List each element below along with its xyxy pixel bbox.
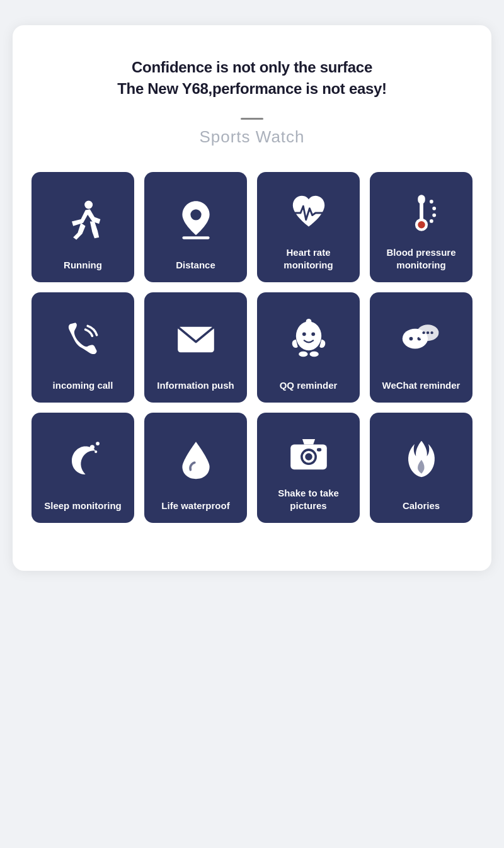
- svg-point-6: [418, 221, 425, 229]
- svg-point-16: [309, 352, 318, 357]
- phone-icon: [60, 306, 106, 373]
- feature-card-wechat-reminder[interactable]: WeChat reminder: [370, 292, 472, 403]
- feature-card-life-waterproof[interactable]: Life waterproof: [144, 413, 247, 523]
- feature-card-shake-pictures[interactable]: Shake to take pictures: [257, 413, 360, 523]
- feature-card-sleep-monitoring[interactable]: Sleep monitoring: [32, 413, 134, 523]
- feature-label-running: Running: [64, 259, 102, 272]
- water-icon: [173, 427, 219, 493]
- feature-label-information-push: Information push: [157, 379, 234, 392]
- feature-label-incoming-call: incoming call: [53, 379, 113, 392]
- svg-point-13: [302, 332, 306, 336]
- qq-icon: [286, 306, 331, 373]
- svg-point-23: [426, 331, 428, 334]
- running-icon: [60, 186, 106, 253]
- svg-point-14: [311, 332, 315, 336]
- feature-card-information-push[interactable]: Information push: [144, 292, 247, 403]
- svg-point-15: [299, 352, 307, 357]
- svg-rect-33: [316, 449, 321, 452]
- feature-label-distance: Distance: [176, 259, 215, 272]
- svg-rect-2: [182, 236, 209, 239]
- distance-icon: [173, 186, 219, 253]
- features-grid: Running Distance Heart rate monitoring B…: [32, 172, 472, 523]
- feature-card-heart-rate[interactable]: Heart rate monitoring: [257, 172, 360, 282]
- fire-icon: [399, 427, 444, 493]
- svg-point-9: [432, 214, 436, 217]
- svg-point-27: [94, 450, 97, 453]
- svg-point-19: [409, 337, 413, 341]
- feature-label-heart-rate: Heart rate monitoring: [265, 246, 352, 271]
- subtitle: Sports Watch: [32, 127, 472, 147]
- svg-marker-29: [302, 439, 314, 445]
- sleep-icon: [60, 427, 106, 493]
- headline-line2: The New Y68,performance is not easy!: [32, 78, 472, 100]
- feature-label-sleep-monitoring: Sleep monitoring: [44, 500, 122, 512]
- svg-point-0: [84, 200, 93, 209]
- feature-card-blood-pressure[interactable]: Blood pressure monitoring: [370, 172, 472, 282]
- feature-card-qq-reminder[interactable]: QQ reminder: [257, 292, 360, 403]
- message-icon: [173, 306, 219, 373]
- feature-card-incoming-call[interactable]: incoming call: [32, 292, 134, 403]
- blood-pressure-icon: [399, 186, 444, 240]
- svg-point-10: [429, 219, 433, 223]
- heart-rate-icon: [286, 186, 331, 240]
- svg-point-32: [305, 453, 312, 461]
- camera-icon: [286, 427, 331, 481]
- svg-point-25: [89, 445, 94, 449]
- svg-point-8: [432, 207, 436, 210]
- feature-card-distance[interactable]: Distance: [144, 172, 247, 282]
- svg-point-22: [422, 331, 425, 334]
- feature-label-shake-pictures: Shake to take pictures: [265, 487, 352, 512]
- svg-point-7: [429, 200, 433, 203]
- page-container: Confidence is not only the surface The N…: [13, 25, 491, 571]
- feature-label-wechat-reminder: WeChat reminder: [382, 379, 461, 392]
- svg-point-1: [190, 209, 201, 220]
- feature-card-calories[interactable]: Calories: [370, 413, 472, 523]
- headline: Confidence is not only the surface The N…: [32, 57, 472, 99]
- feature-card-running[interactable]: Running: [32, 172, 134, 282]
- feature-label-blood-pressure: Blood pressure monitoring: [377, 246, 465, 271]
- headline-line1: Confidence is not only the surface: [32, 57, 472, 78]
- feature-label-calories: Calories: [403, 500, 440, 512]
- divider: [241, 118, 263, 120]
- svg-point-24: [430, 331, 433, 334]
- svg-point-26: [96, 442, 100, 445]
- wechat-icon: [399, 306, 444, 373]
- svg-point-12: [295, 321, 321, 350]
- feature-label-qq-reminder: QQ reminder: [280, 379, 338, 392]
- feature-label-life-waterproof: Life waterproof: [161, 500, 229, 512]
- svg-point-17: [306, 319, 311, 324]
